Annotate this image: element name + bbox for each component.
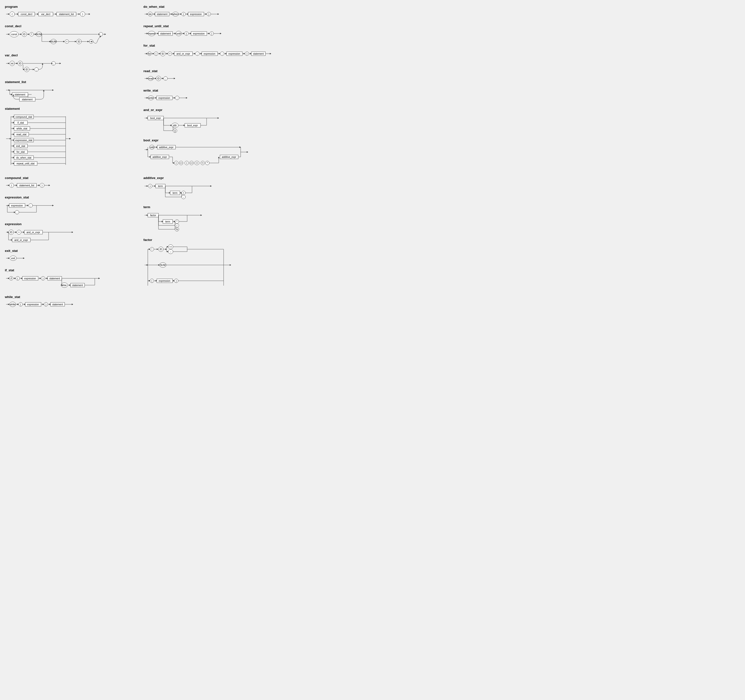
diagram-factor: ! ID ++ -- NUM [144,243,236,292]
svg-text:expression: expression [159,279,171,282]
section-compound-stat: compound_stat ( statement_list ) [5,176,134,191]
svg-text:=: = [169,52,171,55]
svg-text:ID: ID [160,248,162,251]
svg-text:): ) [43,277,43,280]
section-repeat-until-stat: repeat_until_stat repeat statement until… [144,24,272,39]
svg-text:additive_expr: additive_expr [222,156,236,158]
section-for-stat: for_stat for ( ID = and_or_expr ; expres… [144,44,272,65]
svg-text:and_or_expr: and_or_expr [14,239,28,242]
svg-text:^: ^ [207,162,208,164]
svg-text:;: ; [165,77,166,80]
svg-text:ID: ID [25,68,28,71]
svg-text:ID: ID [19,62,21,65]
svg-text:term: term [173,192,177,194]
diagram-term: factor term * / % [144,210,221,232]
section-while-stat: while_stat while ( expression ) statemen… [5,295,134,310]
svg-text:): ) [45,303,46,306]
svg-text:&&: && [173,124,177,127]
diagram-compound-stat: ( statement_list ) [5,181,78,190]
svg-text:statement: statement [157,13,168,16]
title-var-decl: var_decl [5,54,134,57]
svg-text:bool_expr: bool_expr [187,124,198,127]
diagram-bool-expr: odd additive_expr additive_expr < <= > >… [144,143,260,170]
svg-text:): ) [42,184,42,187]
svg-text:expression: expression [27,303,39,306]
section-if-stat: if_stat if ( expression ) statement else… [5,269,134,291]
svg-text:;: ; [222,52,223,55]
title-if-stat: if_stat [5,269,134,272]
svg-text:<=: <= [180,162,183,164]
svg-text:read_stat: read_stat [16,133,27,136]
svg-text:NUM: NUM [160,264,166,266]
section-statement: statement compound_stat if_stat [5,107,134,172]
svg-text:until: until [177,32,181,35]
title-do-when-stat: do_when_stat [144,5,272,9]
svg-text:and_or_expr: and_or_expr [27,231,40,234]
title-factor: factor [144,238,272,242]
svg-text:if_stat: if_stat [18,121,24,124]
svg-text:ID: ID [162,52,164,55]
svg-text:bool_expr: bool_expr [150,117,161,119]
svg-text:additive_expr: additive_expr [153,156,167,158]
svg-text:): ) [82,13,83,16]
svg-text:compound_stat: compound_stat [16,116,32,118]
title-program: program [5,5,134,9]
svg-text:;: ; [197,52,198,55]
svg-text:statement: statement [72,284,83,287]
svg-text:-: - [183,196,184,199]
section-const-decl: const_decl const ID = NUM NUM = ID , ; [5,24,134,49]
diagram-write-stat: write expression ; [144,94,216,102]
svg-text:--: -- [170,251,172,253]
title-compound-stat: compound_stat [5,176,134,180]
diagram-while-stat: while ( expression ) statement [5,300,102,309]
svg-text:+: + [183,192,184,194]
svg-text:): ) [208,13,209,16]
section-program: program ( const_decl var_decl statement_… [5,5,134,20]
svg-text:): ) [176,279,177,282]
svg-text:exit_stat: exit_stat [16,145,25,148]
svg-text:term: term [165,220,170,223]
svg-text:/: / [177,224,177,227]
diagram-if-stat: if ( expression ) statement else stateme… [5,273,107,289]
svg-text:int: int [11,62,13,65]
diagram-statement-list: statement statement [5,85,78,101]
diagram-var-decl: int ID ID , ; [5,58,97,74]
svg-text:statement: statement [52,303,63,306]
section-var-decl: var_decl int ID ID , ; [5,54,134,76]
svg-text:do_when_stat: do_when_stat [16,157,31,159]
svg-text:term: term [158,185,163,188]
svg-text:for: for [148,52,151,55]
svg-text:ID: ID [10,231,12,234]
svg-text:expression: expression [159,97,170,99]
svg-text:factor: factor [150,214,156,216]
section-statement-list: statement_list statement statement [5,80,134,103]
svg-text:while_stat: while_stat [16,127,27,130]
title-statement-list: statement_list [5,80,134,84]
svg-text:expression: expression [24,277,36,280]
svg-text:expression_stat: expression_stat [15,139,32,142]
svg-text:=: = [18,231,20,234]
svg-text:statement: statement [253,52,264,55]
title-for-stat: for_stat [144,44,272,47]
svg-text:expression: expression [229,52,240,55]
svg-text:statement_list: statement_list [59,13,74,16]
svg-text:read: read [148,77,153,80]
svg-text:const: const [11,33,17,36]
main-page: program ( const_decl var_decl statement_… [5,5,272,315]
svg-text:=: = [31,33,32,36]
svg-text:statement: statement [22,98,33,101]
svg-text:additive_expr: additive_expr [159,146,174,149]
diagram-expression: ID = and_or_expr and_or_expr [5,227,88,243]
svg-text:expression: expression [190,13,202,16]
diagram-statement: compound_stat if_stat while_stat read_st… [5,112,78,170]
title-exit-stat: exit_stat [5,249,134,252]
diagram-read-stat: read ID ; [144,74,216,83]
svg-text:repeat_until_stat: repeat_until_stat [16,162,34,165]
section-and-or-expr: and_or_expr bool_expr && || bool_expr [144,108,272,134]
svg-text:ID: ID [78,40,80,43]
svg-text:>: > [186,162,187,164]
diagram-do-when-stat: do statement when ( expression ) [144,10,265,18]
section-factor: factor ! ID ++ -- [144,238,272,293]
svg-text:statement: statement [160,32,171,35]
title-term: term [144,205,272,209]
